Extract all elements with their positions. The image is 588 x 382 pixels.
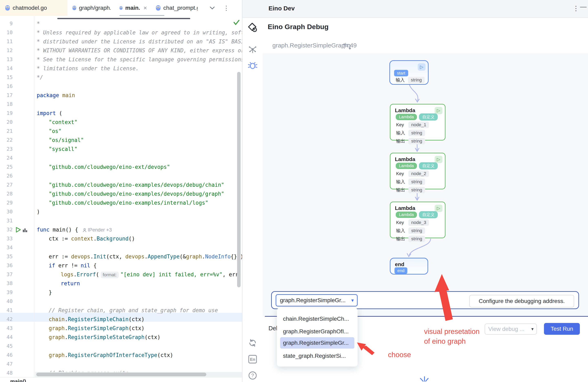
code-line-45[interactable]: 45 [0, 342, 242, 351]
configure-address-button[interactable]: Configure the debugging address. [469, 295, 574, 307]
code-editor[interactable]: 9*10* Unless required by applicable law … [0, 16, 242, 377]
code-line-46[interactable]: 46graph.RegisterGraphOfInterfaceType(ctx… [0, 351, 242, 360]
code-line-36[interactable]: 36if err != nil { [0, 261, 242, 270]
code-line-25[interactable]: 25"github.com/cloudwego/eino-ext/devops" [0, 162, 242, 172]
go-file-icon [72, 5, 76, 11]
code-line-22[interactable]: 22"os/signal" [0, 136, 242, 145]
breadcrumb[interactable]: main() [10, 378, 242, 382]
tab-chatmodel-go[interactable]: chatmodel.go [0, 0, 67, 16]
help-icon[interactable]: ? [246, 369, 259, 382]
code-line-26[interactable]: 26 [0, 172, 242, 180]
language-en-icon[interactable]: En [246, 353, 259, 366]
code-line-41[interactable]: 41// Register chain, graph and state_gra… [0, 306, 242, 315]
code-line-47[interactable]: 47 [0, 360, 242, 369]
dropdown-option-3[interactable]: state_graph.RegisterSi... [280, 350, 354, 362]
code-line-43[interactable]: 43graph.RegisterSimpleGraph(ctx) [0, 324, 242, 333]
code-line-42[interactable]: 42chain.RegisterSimpleChain(ctx) [0, 315, 242, 324]
node-run-icon[interactable]: ▷ [435, 205, 442, 212]
graph-node-end[interactable]: endend [390, 258, 428, 274]
code-line-37[interactable]: 37logs.Errorf(format:"[eino dev] init fa… [0, 270, 242, 279]
code-line-15[interactable]: 15*/ [0, 73, 242, 82]
code-line-30[interactable]: 30) [0, 207, 242, 216]
graph-debug-subtitle: graph.RegisterSimpleGraph:49 [273, 42, 357, 49]
code-line-11[interactable]: 11* distributed under the License is dis… [0, 37, 242, 46]
code-line-29[interactable]: 29"github.com/cloudwego/eino-examples/in… [0, 198, 242, 207]
code-line-17[interactable]: 17package main [0, 91, 242, 100]
node-io-row: 输入string [396, 77, 425, 83]
code-line-23[interactable]: 23"syscall" [0, 145, 242, 153]
graph-network-icon[interactable] [246, 43, 259, 56]
code-line-28[interactable]: 28"github.com/cloudwego/eino-examples/de… [0, 189, 242, 198]
line-number: 31 [0, 216, 13, 225]
run-gutter-icons[interactable] [16, 227, 28, 233]
code-line-35[interactable]: 35err := devops.Init(ctx, devops.AppendT… [0, 252, 242, 261]
minimize-icon[interactable]: — [580, 3, 587, 10]
code-line-10[interactable]: 10* Unless required by applicable law or… [0, 28, 242, 37]
debug-bug-icon[interactable] [246, 59, 259, 72]
dropdown-option-0[interactable]: chain.RegisterSimpleCh... [280, 313, 354, 325]
close-icon[interactable]: × [143, 4, 147, 11]
code-line-27[interactable]: 27"github.com/cloudwego/eino-examples/de… [0, 180, 242, 189]
code-line-9[interactable]: 9* [0, 19, 242, 28]
test-run-button[interactable]: Test Run [544, 323, 580, 335]
code-line-19[interactable]: 19import ( [0, 109, 242, 118]
code-line-33[interactable]: 33ctx := context.Background() [0, 234, 242, 243]
line-number: 25 [0, 162, 13, 172]
view-debug-select[interactable]: View debug ... ▾ [485, 324, 537, 335]
graph-debug-title: Eino Graph Debug [268, 23, 328, 31]
editor-vertical-scrollbar[interactable] [237, 72, 241, 287]
tab-main-go[interactable]: main.go× [114, 0, 151, 16]
line-number: 16 [0, 82, 13, 91]
code-line-38[interactable]: 38return [0, 279, 242, 288]
node-badges: Lambda自定义 [396, 162, 440, 170]
graph-node-node_2[interactable]: Lambda▷Lambda自定义Keynode_2输入string输出strin… [390, 153, 445, 189]
tab-graph-graph-go[interactable]: graph/graph.go [67, 0, 114, 16]
code-line-24[interactable]: 24 [0, 153, 242, 162]
graph-node-start[interactable]: ▷start输入string [389, 60, 429, 85]
line-number: 38 [0, 279, 13, 288]
test-run-label: Test Run [551, 325, 573, 332]
dropdown-option-1[interactable]: graph.RegisterGraphOfI... [280, 326, 354, 337]
profile-icon[interactable] [23, 229, 27, 232]
graph-node-node_1[interactable]: Lambda▷Lambda自定义Keynode_1输入string输出strin… [390, 104, 445, 140]
node-io-row: 输出string [396, 236, 425, 242]
tab-label: graph/graph.go [79, 5, 111, 11]
code-line-16[interactable]: 16 [0, 82, 242, 91]
tab-chat-prompt-go[interactable]: chat_prompt.go [151, 0, 201, 16]
code-line-12[interactable]: 12* WITHOUT WARRANTIES OR CONDITIONS OF … [0, 46, 242, 55]
code-line-31[interactable]: 31 [0, 216, 242, 225]
code-line-20[interactable]: 20"context" [0, 118, 242, 127]
code-line-44[interactable]: 44graph.RegisterSimpleStateGraph(ctx) [0, 333, 242, 342]
refresh-icon[interactable] [246, 336, 259, 349]
kebab-menu-icon[interactable]: ⋮ [223, 4, 229, 12]
node-run-icon[interactable]: ▷ [418, 63, 425, 71]
dropdown-option-2[interactable]: graph.RegisterSimpleGr... [280, 337, 354, 349]
run-icon[interactable] [16, 228, 21, 232]
code-line-32[interactable]: 32func main() { IPender +3 [0, 225, 242, 234]
kebab-menu-icon[interactable]: ⋮ [573, 4, 579, 12]
breadcrumb-bar[interactable]: main() [0, 377, 242, 382]
editor-horizontal-scrollbar[interactable] [36, 373, 206, 376]
graph-select-value: graph.RegisterSimpleGr... [280, 297, 346, 304]
line-number: 42 [0, 315, 13, 324]
code-line-14[interactable]: 14* limitations under the License. [0, 64, 242, 73]
node-run-icon[interactable]: ▷ [435, 156, 442, 163]
code-line-39[interactable]: 39} [0, 288, 242, 297]
view-debug-placeholder: View debug ... [488, 326, 525, 332]
graph-select[interactable]: graph.RegisterSimpleGr... ▾ [276, 294, 357, 306]
code-line-18[interactable]: 18 [0, 100, 242, 109]
code-line-13[interactable]: 13* See the License for the specific lan… [0, 55, 242, 64]
node-title: Lambda [395, 107, 415, 114]
graph-select-dropdown: chain.RegisterSimpleCh...graph.RegisterG… [277, 308, 357, 366]
node-title: Lambda [395, 205, 415, 211]
eino-logo-icon[interactable] [246, 21, 259, 34]
chevron-down-icon[interactable] [210, 6, 215, 10]
code-line-40[interactable]: 40 [0, 297, 242, 306]
line-number: 39 [0, 288, 13, 297]
code-vision-hint[interactable]: IPender +3 [83, 227, 112, 232]
node-run-icon[interactable]: ▷ [435, 107, 442, 114]
code-line-34[interactable]: 34 [0, 243, 242, 252]
code-line-21[interactable]: 21"os" [0, 127, 242, 136]
graph-node-node_3[interactable]: Lambda▷Lambda自定义Keynode_3输入string输出strin… [390, 202, 445, 238]
line-number: 32 [0, 225, 13, 234]
